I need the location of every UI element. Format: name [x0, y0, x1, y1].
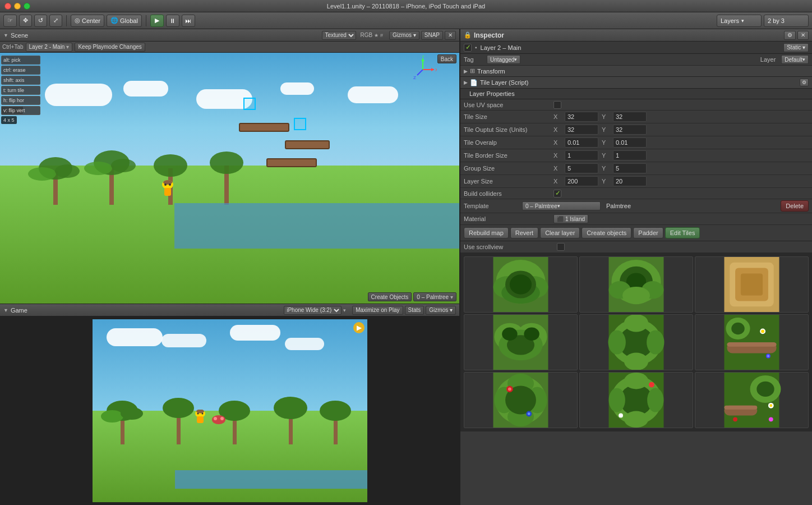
layer-size-x-input[interactable]	[565, 176, 598, 186]
grid-size-badge: 4 x 5	[1, 116, 17, 124]
svg-point-30	[163, 398, 194, 418]
svg-point-15	[164, 183, 167, 186]
delete-button[interactable]: Delete	[781, 200, 809, 212]
maximize-button[interactable]	[24, 3, 30, 10]
tile-bush-2[interactable]	[464, 314, 578, 370]
ctrl-tab-label: Ctrl+Tab	[2, 44, 24, 50]
layers-dropdown[interactable]: Layers	[717, 15, 762, 27]
tile-layer-settings-btn[interactable]: ⚙	[800, 79, 809, 86]
build-colliders-checkbox[interactable]	[553, 190, 561, 198]
inspector-close-button[interactable]: ✕	[797, 31, 809, 40]
tile-overlap-xy: X Y	[553, 137, 809, 148]
tile-bush-ring-1[interactable]	[579, 256, 693, 313]
static-dropdown[interactable]: Static ▾	[783, 43, 809, 52]
game-gizmos-button[interactable]: Gizmos ▾	[426, 306, 456, 315]
alt-pick-btn[interactable]: alt: pick	[1, 56, 40, 65]
transform-section-header[interactable]: ▶ ⊞ Transform	[460, 66, 812, 77]
maximize-on-play-button[interactable]: Maximize on Play	[352, 306, 403, 315]
layer-dropdown[interactable]: Default	[781, 55, 809, 64]
v-flip-vert-btn[interactable]: v: flip vert	[1, 106, 40, 115]
tile-sand-1[interactable]	[695, 256, 809, 313]
transform-label: Transform	[477, 68, 505, 75]
sep1	[66, 15, 67, 26]
create-objects-btn[interactable]: Create Objects	[368, 292, 412, 301]
tile-size-label: Tile Size	[464, 113, 553, 120]
tile-bush-flowers[interactable]	[464, 372, 578, 428]
view-mode-select[interactable]: Textured	[322, 31, 356, 40]
tag-dropdown[interactable]: Untagged	[487, 55, 520, 64]
pause-button[interactable]: ⏸	[166, 15, 179, 27]
move-tool-button[interactable]: ✥	[19, 15, 32, 27]
rebuild-map-button[interactable]: Rebuild map	[464, 227, 509, 238]
svg-point-114	[769, 404, 772, 407]
palmtree-select[interactable]: 0 – Palmtree ▾	[413, 292, 456, 301]
svg-point-79	[731, 323, 745, 335]
tile-dirt-log[interactable]	[695, 314, 809, 370]
scene-close-button[interactable]: ✕	[445, 31, 456, 40]
scene-canvas[interactable]: X Y Z -816, -6 4 x 5 alt: pick	[0, 53, 459, 304]
global-button[interactable]: 🌐 Global	[107, 15, 142, 27]
inspector-settings-button[interactable]: ⚙	[784, 31, 796, 40]
tile-overlap-x-input[interactable]	[565, 137, 598, 148]
tile-layer-section-header[interactable]: ▶ 📄 Tile Layer (Script) ⚙	[460, 77, 812, 89]
use-scrollview-checkbox[interactable]	[557, 243, 565, 251]
create-objects-inspector-button[interactable]: Create objects	[582, 227, 631, 238]
shift-axis-btn[interactable]: shift: axis	[1, 76, 40, 85]
group-size-x-label: X	[553, 165, 561, 172]
use-uv-checkbox[interactable]	[553, 101, 561, 109]
gizmos-button[interactable]: Gizmos ▾	[389, 31, 419, 40]
inspector-header: 🔒 Inspector ⚙ ✕	[460, 29, 812, 42]
game-character	[194, 410, 206, 425]
tile-size-y-input[interactable]	[613, 112, 647, 122]
revert-button[interactable]: Revert	[510, 227, 538, 238]
back-button[interactable]: Back	[437, 54, 456, 63]
scale-tool-button[interactable]: ⤢	[49, 15, 62, 27]
keep-playmode-button[interactable]: Keep Playmode Changes	[75, 43, 145, 52]
svg-text:X: X	[435, 67, 437, 72]
tile-mixed-3[interactable]	[695, 372, 809, 428]
edit-tiles-button[interactable]: Edit Tiles	[665, 227, 700, 238]
play-button[interactable]: ▶	[150, 15, 164, 27]
t-turn-tile-btn[interactable]: t: turn tile	[1, 86, 40, 95]
layer-name-row: ▪ Layer 2 – Main Static ▾	[460, 42, 812, 54]
tile-overlap-y-input[interactable]	[613, 137, 647, 148]
minimize-button[interactable]	[14, 3, 21, 10]
rotate-tool-button[interactable]: ↺	[34, 15, 47, 27]
close-button[interactable]	[4, 3, 11, 10]
tile-border-x-input[interactable]	[565, 150, 598, 160]
hand-tool-button[interactable]: ☞	[3, 15, 17, 27]
center-button[interactable]: ◎ Center	[71, 15, 104, 27]
clear-layer-button[interactable]: Clear layer	[540, 227, 580, 238]
svg-text:Z: Z	[413, 75, 416, 80]
tile-border-y-input[interactable]	[613, 150, 647, 160]
step-button[interactable]: ⏭	[182, 15, 195, 27]
ctrl-erase-btn[interactable]: ctrl: erase	[1, 66, 40, 75]
material-value: 1 Island	[565, 216, 585, 222]
tile-output-x-input[interactable]	[565, 125, 598, 135]
by-dropdown[interactable]: 2 by 3	[764, 15, 809, 27]
game-panel-title: Game	[11, 307, 27, 314]
layer-properties-header[interactable]: Layer Properties	[460, 89, 812, 99]
resolution-select[interactable]: iPhone Wide (3:2)	[284, 306, 342, 315]
tile-size-x-input[interactable]	[565, 112, 598, 122]
snap-button[interactable]: SNAP	[421, 31, 443, 40]
group-size-y-input[interactable]	[613, 163, 647, 173]
svg-point-58	[622, 287, 650, 304]
h-flip-hor-btn[interactable]: h: flip hor	[1, 96, 40, 105]
layer-tab-selector[interactable]: Layer 2 - Main ▾	[26, 43, 73, 52]
tile-overlap-y-label: Y	[602, 139, 610, 146]
tile-bush-ring-2[interactable]	[579, 314, 693, 370]
use-scrollview-row: Use scrollview	[460, 241, 812, 253]
tile-bush-1[interactable]	[464, 256, 578, 313]
stats-button[interactable]: Stats	[405, 306, 425, 315]
layer-enabled-checkbox[interactable]	[464, 44, 472, 52]
center-label: Center	[82, 17, 100, 24]
tile-output-y-input[interactable]	[613, 125, 647, 135]
layer-size-y-input[interactable]	[613, 176, 647, 186]
padder-button[interactable]: Padder	[633, 227, 663, 238]
group-size-x-input[interactable]	[565, 163, 598, 173]
template-dropdown[interactable]: 0 – Palmtree	[522, 201, 601, 210]
material-display[interactable]: ⬛ 1 Island	[553, 214, 588, 223]
svg-point-102	[624, 373, 648, 389]
tile-bush-ring-3[interactable]	[579, 372, 693, 428]
